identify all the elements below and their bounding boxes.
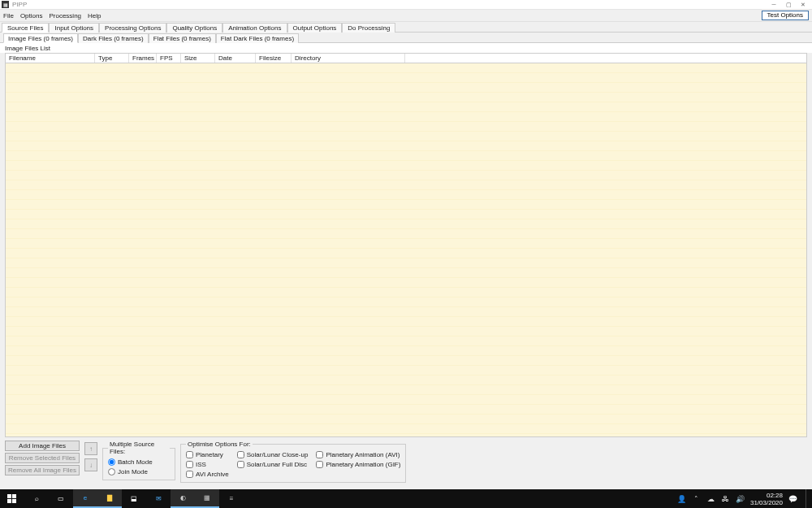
browser-icon: ◐: [180, 494, 186, 501]
maximize-button[interactable]: ▢: [781, 0, 796, 9]
search-button[interactable]: ⌕: [24, 489, 49, 508]
subtab-flat-files[interactable]: Flat Files (0 frames): [149, 33, 216, 43]
window-title: PIPP: [12, 1, 27, 8]
network-icon[interactable]: 🖧: [721, 495, 731, 503]
tab-do-processing[interactable]: Do Processing: [342, 23, 395, 33]
multiple-source-legend: Multiple Source Files:: [108, 441, 170, 455]
menu-help[interactable]: Help: [88, 12, 101, 20]
task-view-button[interactable]: ▭: [49, 489, 73, 508]
onedrive-icon[interactable]: ☁: [706, 495, 716, 503]
table-body-empty[interactable]: [5, 63, 807, 437]
remove-selected-files-button[interactable]: Remove Selected Files: [5, 453, 80, 463]
col-frames[interactable]: Frames: [129, 54, 157, 63]
subtab-image-files[interactable]: Image Files (0 frames): [3, 33, 78, 43]
opt-iss[interactable]: ISS: [186, 459, 229, 469]
opt-solar-lunar-closeup[interactable]: Solar/Lunar Close-up: [237, 449, 309, 459]
opt-solar-lunar-full-disc[interactable]: Solar/Lunar Full Disc: [237, 459, 309, 469]
opt-planetary-anim-gif[interactable]: Planetary Animation (GIF): [316, 459, 400, 469]
col-date[interactable]: Date: [215, 54, 256, 63]
batch-mode-radio[interactable]: Batch Mode: [108, 457, 170, 467]
col-fps[interactable]: FPS: [157, 54, 181, 63]
tab-output-options[interactable]: Output Options: [287, 23, 343, 33]
edge-icon: e: [84, 494, 87, 501]
people-icon[interactable]: 👤: [677, 495, 687, 503]
optimise-legend: Optimise Options For:: [186, 441, 253, 448]
menu-file[interactable]: File: [3, 12, 14, 20]
clock-time: 02:28: [750, 492, 783, 499]
multiple-source-files-group: Multiple Source Files: Batch Mode Join M…: [102, 441, 175, 480]
main-tabs: Source Files Input Options Processing Op…: [0, 22, 812, 33]
test-options-button[interactable]: Test Options: [762, 11, 809, 20]
batch-mode-input[interactable]: [108, 458, 115, 466]
minimize-button[interactable]: ─: [767, 0, 781, 9]
taskbar-app-edge[interactable]: e: [73, 489, 97, 508]
menu-options[interactable]: Options: [20, 12, 43, 20]
add-image-files-button[interactable]: Add Image Files: [5, 441, 80, 451]
taskbar-app-store[interactable]: ⬓: [122, 489, 146, 508]
taskbar-app-browser[interactable]: ◐: [171, 489, 195, 508]
col-spacer: [405, 54, 806, 63]
taskbar-clock[interactable]: 02:28 31/03/2020: [750, 492, 783, 506]
svg-rect-2: [7, 499, 11, 503]
remove-all-files-button[interactable]: Remove All Image Files: [5, 465, 80, 475]
tray-expand-icon[interactable]: ˄: [692, 495, 702, 503]
subtab-dark-files[interactable]: Dark Files (0 frames): [78, 33, 149, 43]
opt-avi-archive[interactable]: AVI Archive: [186, 469, 229, 479]
titlebar: ▦ PIPP ─ ▢ ✕: [0, 0, 812, 10]
col-filename[interactable]: Filename: [6, 54, 95, 63]
task-view-icon: ▭: [58, 495, 64, 502]
table-header: Filename Type Frames FPS Size Date Files…: [5, 53, 807, 63]
tab-animation-options[interactable]: Animation Options: [222, 23, 287, 33]
close-button[interactable]: ✕: [796, 0, 810, 9]
svg-rect-0: [7, 494, 11, 498]
folder-icon: ▇: [107, 494, 112, 501]
menubar: File Options Processing Help Test Option…: [0, 10, 812, 22]
lines-icon: ≡: [230, 495, 234, 502]
taskbar-app-pipp[interactable]: ▦: [195, 489, 219, 508]
optimise-options-group: Optimise Options For: Planetary ISS AVI …: [180, 441, 406, 483]
volume-icon[interactable]: 🔊: [736, 495, 745, 503]
join-mode-input[interactable]: [108, 468, 115, 475]
move-down-button[interactable]: ↓: [84, 458, 97, 471]
notifications-icon[interactable]: 💬: [788, 495, 797, 503]
tab-processing-options[interactable]: Processing Options: [99, 23, 166, 33]
taskbar-app-mail[interactable]: ✉: [146, 489, 171, 508]
col-type[interactable]: Type: [95, 54, 129, 63]
show-desktop-button[interactable]: [806, 489, 809, 508]
sub-tabs: Image Files (0 frames) Dark Files (0 fra…: [0, 33, 812, 43]
panel-label: Image Files List: [0, 43, 812, 53]
col-size[interactable]: Size: [181, 54, 215, 63]
col-filesize[interactable]: Filesize: [256, 54, 292, 63]
tab-source-files[interactable]: Source Files: [2, 23, 49, 33]
svg-rect-3: [12, 499, 16, 503]
taskbar-app-explorer[interactable]: ▇: [97, 489, 122, 508]
opt-planetary-anim-avi[interactable]: Planetary Animation (AVI): [316, 449, 400, 459]
opt-planetary[interactable]: Planetary: [186, 449, 229, 459]
store-icon: ⬓: [131, 495, 137, 502]
start-button[interactable]: [0, 489, 24, 508]
tab-quality-options[interactable]: Quality Options: [166, 23, 222, 33]
svg-rect-1: [12, 494, 16, 498]
subtab-flat-dark-files[interactable]: Flat Dark Files (0 frames): [216, 33, 299, 43]
move-up-button[interactable]: ↑: [84, 442, 97, 455]
clock-date: 31/03/2020: [750, 499, 783, 506]
menu-processing[interactable]: Processing: [49, 12, 81, 20]
taskbar-app-other[interactable]: ≡: [219, 489, 244, 508]
join-mode-radio[interactable]: Join Mode: [108, 467, 170, 476]
bottom-controls: Add Image Files Remove Selected Files Re…: [0, 437, 812, 484]
mail-icon: ✉: [156, 495, 162, 502]
pipp-icon: ▦: [204, 494, 210, 501]
taskbar: ⌕ ▭ e ▇ ⬓ ✉ ◐ ▦ ≡ 👤 ˄ ☁ 🖧 🔊 02:28 31/03/…: [0, 489, 812, 508]
search-icon: ⌕: [35, 495, 39, 502]
app-icon: ▦: [2, 1, 9, 8]
col-directory[interactable]: Directory: [292, 54, 405, 63]
tab-input-options[interactable]: Input Options: [49, 23, 99, 33]
file-list-table: Filename Type Frames FPS Size Date Files…: [5, 53, 807, 437]
